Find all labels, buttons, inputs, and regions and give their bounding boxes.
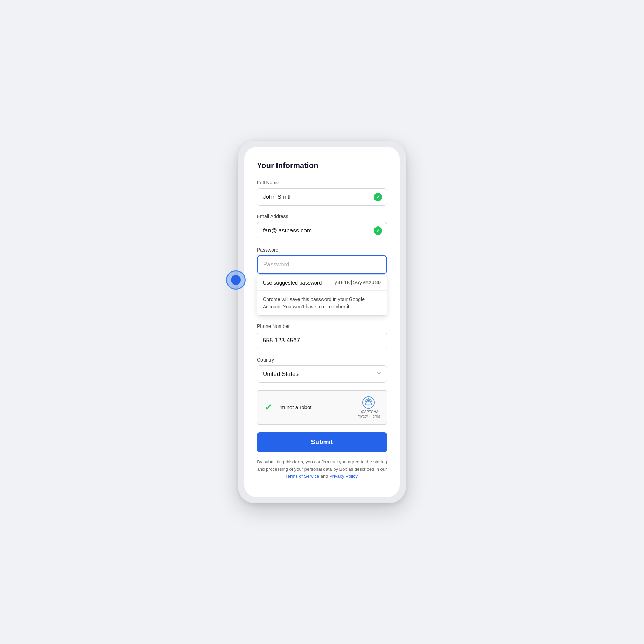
footer-and: and xyxy=(319,474,329,479)
use-suggested-password-row[interactable]: Use suggested password y8F4Rj5GyVMXJ8D xyxy=(257,275,387,291)
recaptcha-logo-icon xyxy=(362,396,375,409)
password-field-group: Password Use suggested password y8F4Rj5G… xyxy=(257,247,387,316)
privacy-policy-link[interactable]: Privacy Policy xyxy=(329,474,357,479)
recaptcha-label: I'm not a robot xyxy=(278,404,312,410)
email-input-wrapper xyxy=(257,222,387,239)
email-input[interactable] xyxy=(257,222,387,239)
email-field-group: Email Address xyxy=(257,214,387,239)
recaptcha-checkbox[interactable]: ✓ xyxy=(264,402,273,412)
recaptcha-privacy-link[interactable]: Privacy xyxy=(357,414,368,418)
full-name-valid-icon xyxy=(374,193,382,201)
full-name-input-wrapper xyxy=(257,188,387,206)
recaptcha-terms-link[interactable]: Terms xyxy=(371,414,380,418)
phone-screen: Your Information Full Name Email Address… xyxy=(244,147,400,497)
full-name-label: Full Name xyxy=(257,180,387,186)
footer-text-after: . xyxy=(357,474,359,479)
password-label: Password xyxy=(257,247,387,253)
email-label: Email Address xyxy=(257,214,387,219)
country-field-group: Country United States Canada United King… xyxy=(257,357,387,383)
password-suggestion-box: Use suggested password y8F4Rj5GyVMXJ8D C… xyxy=(257,274,387,316)
recaptcha-right: reCAPTCHA Privacy · Terms xyxy=(357,396,380,419)
suggestion-label: Use suggested password xyxy=(263,280,322,286)
email-valid-icon xyxy=(374,226,382,235)
cursor-inner xyxy=(231,275,241,285)
phone-input[interactable] xyxy=(257,332,387,349)
phone-frame: Your Information Full Name Email Address… xyxy=(238,141,406,503)
page-title: Your Information xyxy=(257,161,387,170)
submit-button[interactable]: Submit xyxy=(257,432,387,452)
phone-input-wrapper xyxy=(257,332,387,349)
terms-of-service-link[interactable]: Terms of Service xyxy=(285,474,319,479)
svg-point-1 xyxy=(368,400,370,402)
phone-label: Phone Number xyxy=(257,323,387,329)
password-dropdown-wrapper: Use suggested password y8F4Rj5GyVMXJ8D C… xyxy=(257,255,387,316)
footer-text: By submitting this form, you confirm tha… xyxy=(257,458,387,480)
full-name-field-group: Full Name xyxy=(257,180,387,206)
country-select[interactable]: United States Canada United Kingdom Aust… xyxy=(257,365,387,383)
recaptcha-box[interactable]: ✓ I'm not a robot reCAPTCHA Privacy · Te… xyxy=(257,390,387,425)
recaptcha-left: ✓ I'm not a robot xyxy=(264,402,312,412)
suggestion-note: Chrome will save this password in your G… xyxy=(257,291,387,315)
recaptcha-brand-text: reCAPTCHA Privacy · Terms xyxy=(357,410,380,419)
suggested-password-value: y8F4Rj5GyVMXJ8D xyxy=(334,280,381,285)
cursor-indicator xyxy=(226,270,246,290)
recaptcha-checkmark-icon: ✓ xyxy=(265,403,272,412)
country-label: Country xyxy=(257,357,387,363)
phone-field-group: Phone Number xyxy=(257,323,387,349)
full-name-input[interactable] xyxy=(257,188,387,206)
password-input[interactable] xyxy=(257,255,387,274)
footer-text-before: By submitting this form, you confirm tha… xyxy=(257,459,387,472)
